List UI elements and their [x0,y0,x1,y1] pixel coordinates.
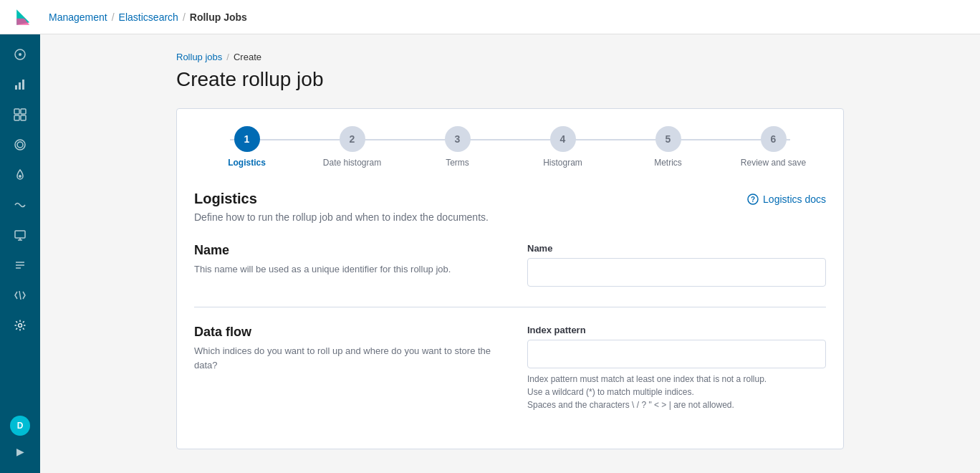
step-2-circle: 2 [340,126,365,152]
step-4-circle: 4 [550,126,576,152]
svg-rect-13 [15,231,25,238]
divider [194,307,826,307]
name-field-title: Name [194,243,493,258]
svg-point-14 [19,324,22,328]
sidebar-item-management[interactable] [6,311,34,340]
svg-point-11 [17,142,23,148]
step-1[interactable]: 1 Logistics [194,126,299,168]
section-description: Define how to run the rollup job and whe… [194,211,826,223]
svg-rect-6 [14,109,19,114]
breadcrumb-current: Rollup Jobs [190,11,247,23]
svg-point-10 [15,140,25,150]
svg-rect-3 [15,85,17,90]
avatar[interactable]: D [10,416,30,436]
kibana-logo [11,4,37,30]
breadcrumb: Management / Elasticsearch / Rollup Jobs [49,11,247,23]
index-pattern-label: Index pattern [527,325,826,335]
section-header: Logistics ? Logistics docs [194,191,826,207]
sidebar-item-devtools[interactable] [6,281,34,310]
svg-rect-4 [19,82,21,90]
section-title: Logistics [194,191,257,207]
step-3[interactable]: 3 Terms [405,126,510,168]
step-1-label: Logistics [228,158,266,168]
dataflow-form-row: Data flow Which indices do you want to r… [194,325,826,411]
step-6-circle: 6 [761,126,787,152]
sidebar-item-maps[interactable] [6,161,34,189]
step-2-label: Date histogram [323,158,381,168]
main-content: Rollup jobs / Create Create rollup job 1… [40,34,980,473]
svg-rect-5 [22,80,24,90]
step-4[interactable]: 4 Histogram [510,126,615,168]
step-5[interactable]: 5 Metrics [615,126,721,168]
dataflow-form-left: Data flow Which indices do you want to r… [194,325,493,411]
step-1-circle: 1 [234,126,260,152]
step-3-circle: 3 [445,126,471,152]
index-pattern-hint: Index pattern must match at least one in… [527,373,826,411]
step-4-label: Histogram [543,158,582,168]
sidebar: D ▶ [0,34,40,473]
step-5-circle: 5 [655,126,681,152]
name-form-row: Name This name will be used as a unique … [194,243,826,287]
svg-point-12 [19,175,21,178]
sidebar-item-monitoring[interactable] [6,221,34,249]
page-title: Create rollup job [176,68,844,91]
sidebar-bottom: D ▶ [6,416,34,473]
logistics-docs-link[interactable]: ? Logistics docs [747,194,826,205]
breadcrumb-management[interactable]: Management [49,11,107,23]
step-6[interactable]: 6 Review and save [721,126,826,168]
name-label: Name [527,243,826,254]
svg-rect-9 [21,115,26,120]
svg-rect-8 [14,115,19,120]
sidebar-item-canvas[interactable] [6,130,34,159]
main-layout: D ▶ Rollup jobs / Create Create rollup j… [0,34,980,473]
step-3-label: Terms [446,158,469,168]
sidebar-item-play[interactable]: ▶ [6,437,34,466]
sidebar-item-discover[interactable] [6,40,34,69]
name-field-desc: This name will be used as a unique ident… [194,262,493,277]
topbar: Management / Elasticsearch / Rollup Jobs [0,0,980,34]
dataflow-field-desc: Which indices do you want to roll up and… [194,344,493,372]
sidebar-item-ml[interactable] [6,191,34,219]
step-2[interactable]: 2 Date histogram [299,126,405,168]
sidebar-item-logs[interactable] [6,251,34,280]
page-breadcrumb: Rollup jobs / Create [176,52,844,62]
dataflow-field-title: Data flow [194,325,493,340]
index-pattern-input[interactable] [527,340,826,368]
sidebar-item-visualize[interactable] [6,70,34,99]
page-breadcrumb-current: Create [234,52,261,62]
step-6-label: Review and save [741,158,806,168]
name-form-left: Name This name will be used as a unique … [194,243,493,287]
step-5-label: Metrics [654,158,682,168]
svg-text:?: ? [751,196,755,204]
wizard-card: 1 Logistics 2 Date histogram 3 Terms 4 H… [176,108,844,449]
page-breadcrumb-rollup[interactable]: Rollup jobs [176,52,222,62]
dataflow-form-right: Index pattern Index pattern must match a… [527,325,826,411]
breadcrumb-elasticsearch[interactable]: Elasticsearch [119,11,178,23]
svg-point-2 [19,53,21,56]
name-form-right: Name [527,243,826,287]
svg-rect-7 [21,109,26,114]
sidebar-item-dashboard[interactable] [6,100,34,129]
name-input[interactable] [527,258,826,287]
docs-icon: ? [747,194,759,205]
stepper: 1 Logistics 2 Date histogram 3 Terms 4 H… [194,126,826,168]
